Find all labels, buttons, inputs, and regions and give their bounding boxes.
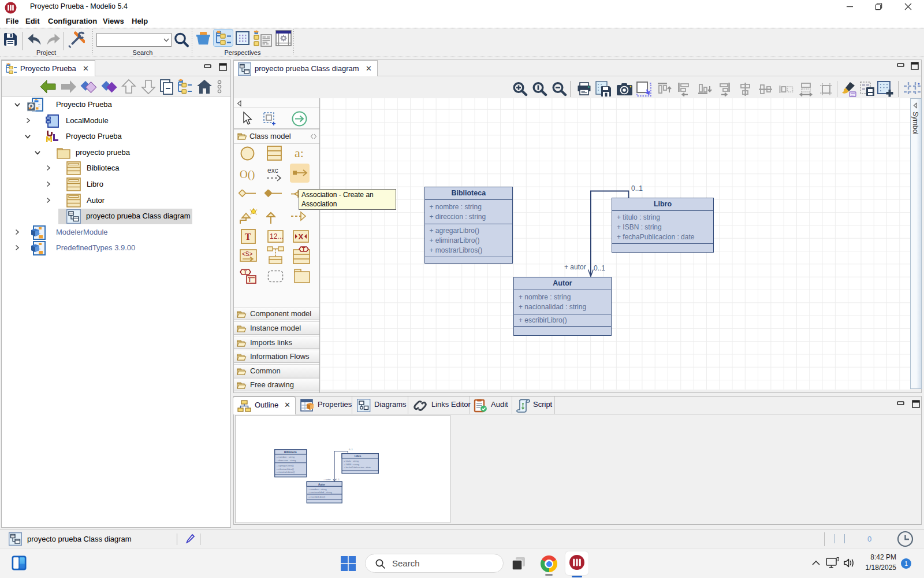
- svg-text:+ fechaPublicacion : date: + fechaPublicacion : date: [344, 466, 371, 469]
- svg-text:+ nombre : string: + nombre : string: [308, 488, 327, 491]
- svg-text:Autor: Autor: [318, 483, 325, 486]
- svg-text:Libro: Libro: [355, 455, 361, 458]
- svg-text:X: X: [299, 232, 304, 241]
- svg-text:T: T: [245, 232, 251, 242]
- svg-text:0..1: 0..1: [349, 448, 353, 451]
- svg-text:+ titulo : string: + titulo : string: [344, 460, 359, 462]
- svg-text:+ mostrarLibros(): + mostrarLibros(): [277, 470, 296, 473]
- svg-text:+ escribirLibro(): + escribirLibro(): [308, 495, 326, 498]
- svg-text:<S>: <S>: [242, 251, 253, 257]
- svg-text:+ nombre : string: + nombre : string: [277, 455, 295, 458]
- svg-text:0..1: 0..1: [336, 478, 340, 481]
- svg-text:exc: exc: [267, 166, 278, 175]
- svg-text:+ eliminarLibro(): + eliminarLibro(): [277, 468, 295, 470]
- svg-text:+ autor: + autor: [323, 478, 331, 481]
- svg-text:12...: 12...: [270, 232, 283, 240]
- svg-text:+ ISBN : string: + ISBN : string: [344, 463, 360, 466]
- svg-text:+ direccion : string: + direccion : string: [277, 459, 297, 462]
- svg-text:+ agregarLibro(): + agregarLibro(): [277, 464, 295, 467]
- svg-text:T: T: [244, 269, 247, 275]
- svg-text:+ nacionalidad : string: + nacionalidad : string: [308, 491, 333, 494]
- svg-text:Biblioteca: Biblioteca: [284, 451, 297, 454]
- svg-text:T: T: [302, 246, 305, 252]
